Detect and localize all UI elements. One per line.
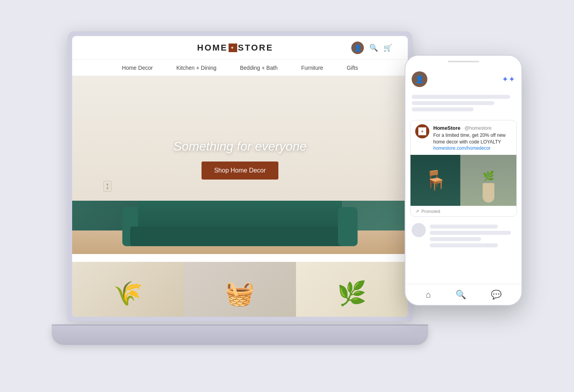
post-body-text: For a limited time, get 20% off new home…: [433, 132, 512, 145]
product-card-1[interactable]: 🌾: [72, 262, 184, 317]
post-meta: HomeStore @homestore For a limited time,…: [433, 124, 512, 151]
post-image-inner: 🪑 🌿: [411, 155, 516, 206]
promoted-bar: ↗ Promoted: [411, 206, 516, 216]
logo-text-after: STORE: [238, 43, 273, 53]
skeleton-post-top: [405, 91, 521, 118]
skeleton-line-b2: [430, 231, 511, 235]
promoted-post-card[interactable]: + HomeStore @homestore For a limited tim…: [410, 120, 517, 217]
cart-icon[interactable]: 🛒: [383, 44, 392, 52]
basket-icon: 🧺: [225, 279, 254, 307]
skeleton-line-1: [412, 95, 510, 99]
outlet-slot-2: [107, 187, 108, 189]
post-brand-avatar: +: [415, 124, 429, 138]
nav-item-home-decor[interactable]: Home Decor: [122, 65, 153, 71]
sofa-seat: [130, 227, 350, 246]
wall-background: [72, 76, 408, 201]
sofa-armrest-right: [338, 207, 358, 246]
skeleton-line-2: [412, 101, 494, 105]
nav-item-bedding[interactable]: Bedding + Bath: [240, 65, 278, 71]
feed-user-avatar[interactable]: 👤: [412, 71, 427, 87]
dark-chair-icon: 🪑: [424, 169, 447, 191]
phone-nav-messages-icon[interactable]: 💬: [491, 290, 501, 300]
search-icon[interactable]: 🔍: [369, 44, 378, 52]
phone-nav-home-icon[interactable]: ⌂: [425, 290, 430, 300]
laptop-base: [52, 325, 428, 345]
wall-outlet: [104, 181, 111, 192]
nav-item-kitchen[interactable]: Kitchen + Dining: [176, 65, 216, 71]
hero-headline: Something for everyone: [173, 139, 307, 154]
logo-plus-icon: +: [229, 44, 237, 52]
pampas-grass-icon: 🌾: [113, 279, 143, 307]
hero-text-overlay: Something for everyone Shop Home Decor: [173, 139, 307, 180]
feed-header: 👤 ✦✦: [405, 67, 521, 91]
phone-nav-search-icon[interactable]: 🔍: [456, 290, 466, 300]
nav-item-furniture[interactable]: Furniture: [301, 65, 323, 71]
skeleton-avatar: [412, 223, 426, 237]
post-header: + HomeStore @homestore For a limited tim…: [411, 120, 516, 155]
plant-chair-icon: 🌿: [337, 279, 367, 307]
post-account-name: HomeStore: [433, 125, 460, 131]
product-card-2[interactable]: 🧺: [184, 262, 296, 317]
phone-notch: [405, 56, 521, 67]
shop-home-decor-button[interactable]: Shop Home Decor: [202, 162, 278, 180]
post-image-left: 🪑: [411, 155, 460, 206]
product-card-3[interactable]: 🌿: [296, 262, 408, 317]
skeleton-line-b1: [430, 225, 498, 229]
feed-avatar-face: 👤: [415, 75, 424, 83]
header-icons: 👤 🔍 🛒: [351, 42, 392, 54]
avatar-face-icon: 👤: [354, 44, 361, 52]
post-brand-logo: +: [418, 127, 426, 135]
skeleton-lines-bottom: [430, 223, 515, 250]
skeleton-line-b3: [430, 237, 481, 241]
hero-section: Something for everyone Shop Home Decor: [72, 76, 408, 254]
skeleton-post-bottom: [405, 219, 521, 254]
phone-bottom-nav: ⌂ 🔍 💬: [405, 284, 521, 305]
promoted-icon: ↗: [415, 209, 419, 214]
sparkle-ai-icon[interactable]: ✦✦: [502, 74, 515, 84]
post-image-right: 🌿: [460, 155, 516, 206]
laptop-screen: HOME + STORE 👤 🔍 🛒 Home Decor: [72, 36, 408, 317]
outlet-slot-1: [107, 183, 108, 186]
phone-device: 👤 ✦✦ + HomeStore: [405, 55, 522, 306]
site-logo: HOME + STORE: [197, 43, 273, 53]
phone-content: 👤 ✦✦ + HomeStore: [405, 67, 521, 284]
post-account-handle: @homestore: [465, 125, 492, 131]
post-image: 🪑 🌿: [411, 155, 516, 206]
post-account-line: HomeStore @homestore: [433, 124, 512, 131]
skeleton-line-3: [412, 107, 474, 111]
post-link[interactable]: homestore.com/homedecor: [433, 145, 512, 151]
hanging-plant-icon: 🌿: [483, 171, 494, 181]
nav-item-gifts[interactable]: Gifts: [347, 65, 358, 71]
lamp-shape: [483, 183, 494, 203]
skeleton-line-b4: [430, 243, 498, 247]
notch-bar: [448, 61, 479, 62]
promoted-label: Promoted: [421, 209, 440, 214]
site-header: HOME + STORE 👤 🔍 🛒: [72, 36, 408, 60]
site-nav: Home Decor Kitchen + Dining Bedding + Ba…: [72, 60, 408, 76]
user-avatar[interactable]: 👤: [351, 42, 364, 54]
laptop-body: HOME + STORE 👤 🔍 🛒 Home Decor: [67, 31, 412, 321]
logo-text-before: HOME: [197, 43, 228, 53]
products-section: 🌾 🧺 🌿: [72, 254, 408, 317]
main-scene: HOME + STORE 👤 🔍 🛒 Home Decor: [52, 24, 522, 368]
laptop-device: HOME + STORE 👤 🔍 🛒 Home Decor: [52, 24, 428, 345]
